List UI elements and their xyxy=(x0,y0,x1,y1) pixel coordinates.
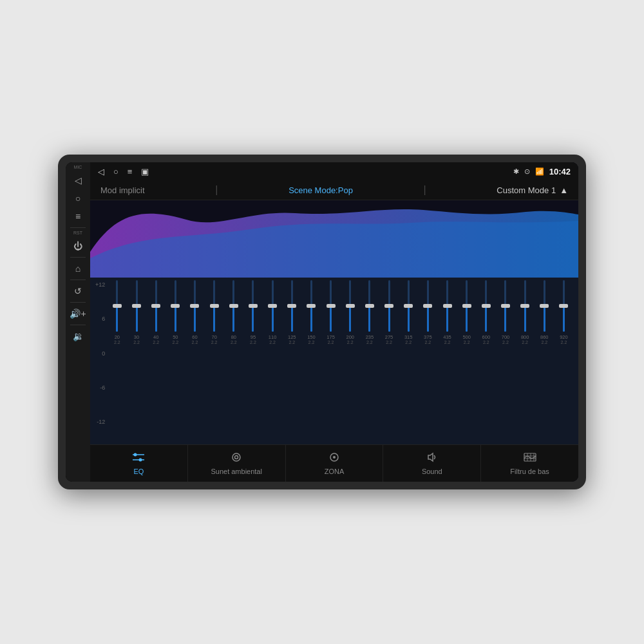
side-divider-3 xyxy=(70,279,86,280)
slider-col-275[interactable] xyxy=(379,280,398,332)
q-label-375: 2.2 xyxy=(424,340,431,345)
slider-col-125[interactable] xyxy=(283,280,301,332)
slider-col-375[interactable] xyxy=(419,280,437,332)
slider-col-70[interactable] xyxy=(205,280,223,332)
tab-eq[interactable]: EQ xyxy=(90,445,188,482)
slider-track-110[interactable] xyxy=(272,280,274,332)
slider-col-800[interactable] xyxy=(516,280,535,332)
scale-6: 6 xyxy=(95,316,105,322)
tab-sound[interactable]: Sound xyxy=(383,445,481,482)
slider-col-500[interactable] xyxy=(457,280,476,332)
menu-nav-icon[interactable]: ≡ xyxy=(128,167,133,176)
fc-label-125: 125 xyxy=(288,334,296,340)
fc-label-80: 80 xyxy=(231,334,236,340)
fc-label-235: 235 xyxy=(366,334,374,340)
fc-label-95: 95 xyxy=(251,334,256,340)
slider-col-920[interactable] xyxy=(554,280,573,332)
scene-mode[interactable]: Scene Mode:Pop xyxy=(289,185,353,195)
freq-col-920: 9202.2 xyxy=(554,334,573,345)
undo-button[interactable]: ↺ xyxy=(71,283,85,299)
svg-point-8 xyxy=(333,456,336,459)
slider-col-110[interactable] xyxy=(263,280,282,332)
tab-zona[interactable]: ZONA xyxy=(286,445,384,482)
slider-track-80[interactable] xyxy=(232,280,234,332)
slider-col-150[interactable] xyxy=(302,280,321,332)
slider-track-95[interactable] xyxy=(252,280,254,332)
slider-col-40[interactable] xyxy=(147,280,166,332)
slider-col-80[interactable] xyxy=(224,280,243,332)
status-right: ✱ ⊙ 📶 10:42 xyxy=(513,167,571,176)
power-button[interactable]: ⏻ xyxy=(70,238,86,254)
tab-filtru[interactable]: Filtru de bas xyxy=(481,445,578,482)
slider-col-175[interactable] xyxy=(321,280,340,332)
q-label-80: 2.2 xyxy=(231,340,237,345)
slider-col-315[interactable] xyxy=(399,280,418,332)
fc-label-40: 40 xyxy=(153,334,158,340)
q-label-600: 2.2 xyxy=(483,340,489,345)
volume-down-button[interactable]: 🔉 xyxy=(70,328,87,345)
slider-col-20[interactable] xyxy=(108,280,126,332)
back-nav-icon[interactable]: ◁ xyxy=(98,167,104,176)
menu-button[interactable]: ≡ xyxy=(72,208,84,225)
slider-track-40[interactable] xyxy=(155,280,157,332)
home-button[interactable]: ○ xyxy=(72,190,84,207)
freq-col-375: 3752.2 xyxy=(419,334,437,345)
slider-track-800[interactable] xyxy=(524,280,526,332)
scale-minus12: -12 xyxy=(95,419,105,425)
slider-track-860[interactable] xyxy=(544,280,545,332)
slider-col-50[interactable] xyxy=(166,280,185,332)
volume-up-button[interactable]: 🔊+ xyxy=(66,305,89,322)
slider-col-860[interactable] xyxy=(535,280,554,332)
home-nav-icon[interactable]: ○ xyxy=(113,167,118,176)
slider-track-125[interactable] xyxy=(291,280,293,332)
freq-col-60: 602.2 xyxy=(185,334,204,345)
slider-track-50[interactable] xyxy=(175,280,176,332)
slider-track-375[interactable] xyxy=(427,280,429,332)
slider-track-235[interactable] xyxy=(368,280,370,332)
wifi-icon: 📶 xyxy=(535,167,544,176)
freq-col-20: 202.2 xyxy=(108,334,126,345)
slider-col-600[interactable] xyxy=(477,280,495,332)
freq-col-500: 5002.2 xyxy=(457,334,476,345)
tab-sunet[interactable]: Sunet ambiental xyxy=(188,445,286,482)
slider-track-175[interactable] xyxy=(330,280,332,332)
q-label-30: 2.2 xyxy=(133,340,140,345)
slider-col-30[interactable] xyxy=(127,280,146,332)
fc-label-375: 375 xyxy=(424,334,432,340)
fc-label-275: 275 xyxy=(385,334,393,340)
slider-track-315[interactable] xyxy=(408,280,410,332)
q-label-50: 2.2 xyxy=(172,340,178,345)
house-button[interactable]: ⌂ xyxy=(72,260,84,277)
bluetooth-icon: ✱ xyxy=(513,167,519,176)
slider-track-700[interactable] xyxy=(504,280,506,332)
slider-track-435[interactable] xyxy=(446,280,448,332)
slider-track-275[interactable] xyxy=(388,280,390,332)
recent-nav-icon[interactable]: ▣ xyxy=(141,167,149,176)
slider-track-30[interactable] xyxy=(136,280,138,332)
freq-col-860: 8602.2 xyxy=(535,334,554,345)
slider-track-70[interactable] xyxy=(213,280,215,332)
back-button[interactable]: ◁ xyxy=(71,172,85,189)
nav-icons: ◁ ○ ≡ ▣ xyxy=(98,167,149,176)
slider-col-235[interactable] xyxy=(360,280,379,332)
slider-track-600[interactable] xyxy=(485,280,487,332)
slider-track-920[interactable] xyxy=(563,280,565,332)
fc-label-30: 30 xyxy=(134,334,139,340)
mod-implicit[interactable]: Mod implicit xyxy=(100,185,145,195)
slider-track-500[interactable] xyxy=(466,280,468,332)
slider-track-150[interactable] xyxy=(310,280,312,332)
custom-mode[interactable]: Custom Mode 1 ▲ xyxy=(497,185,568,195)
slider-track-200[interactable] xyxy=(349,280,351,332)
slider-col-700[interactable] xyxy=(496,280,515,332)
slider-col-200[interactable] xyxy=(341,280,359,332)
eq-scale: +12 6 0 -6 -12 202.2302.2402.2502.2602.2… xyxy=(95,280,573,444)
q-label-40: 2.2 xyxy=(153,340,159,345)
slider-track-20[interactable] xyxy=(116,280,118,332)
freq-col-110: 1102.2 xyxy=(263,334,282,345)
slider-col-60[interactable] xyxy=(185,280,204,332)
slider-col-95[interactable] xyxy=(243,280,262,332)
slider-col-435[interactable] xyxy=(438,280,457,332)
slider-track-60[interactable] xyxy=(194,280,196,332)
q-label-95: 2.2 xyxy=(250,340,256,345)
side-divider-4 xyxy=(70,302,86,303)
